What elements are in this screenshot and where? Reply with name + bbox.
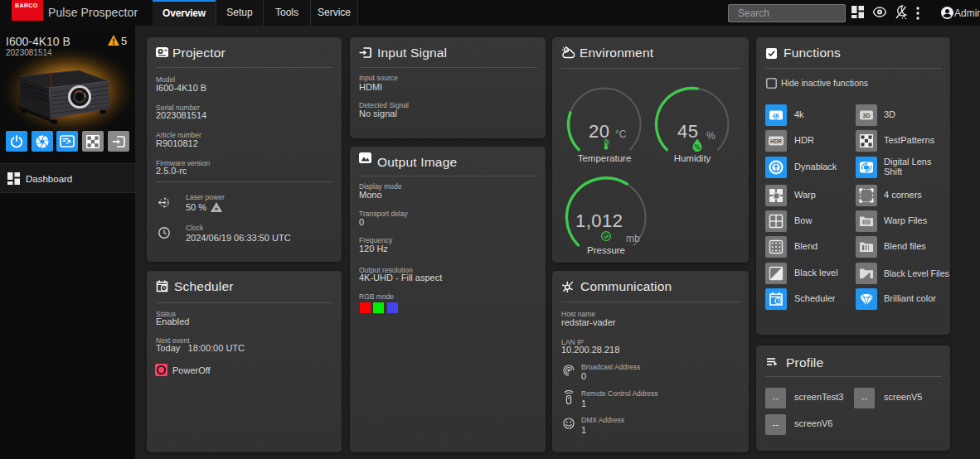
- svg-text:3D: 3D: [863, 113, 871, 118]
- svg-text:HDR: HDR: [770, 138, 782, 144]
- svg-text:4K: 4K: [773, 113, 780, 118]
